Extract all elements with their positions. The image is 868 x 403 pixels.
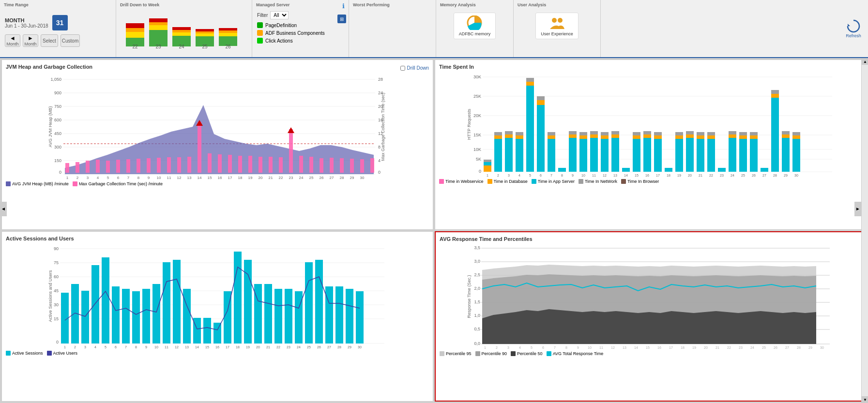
legend-jvm-heap: AVG JVM Heap (MB) /minute: [6, 181, 69, 186]
svg-rect-257: [152, 284, 160, 343]
adf-icon: [257, 30, 263, 36]
select-label: Select: [43, 38, 56, 44]
svg-rect-196: [718, 168, 726, 172]
svg-rect-199: [729, 134, 736, 138]
svg-rect-35: [76, 162, 79, 173]
legend-webservice: Time in Webservice: [439, 179, 484, 184]
svg-rect-206: [750, 139, 758, 172]
svg-text:9: 9: [577, 346, 579, 349]
time-spent-chart: 30K 25K 20K 15K 10K 5K 0 HTTP Requests: [439, 71, 862, 178]
user-icon: [548, 15, 567, 30]
user-exp-label: User Experience: [541, 31, 573, 36]
svg-text:18: 18: [681, 346, 685, 349]
refresh-section[interactable]: Refresh: [839, 0, 868, 57]
refresh-icon: [846, 19, 861, 33]
main-content: JVM Heap and Garbage Collection Drill Do…: [0, 58, 868, 403]
svg-text:0: 0: [479, 169, 481, 174]
drill-bar-24-orange: [172, 30, 191, 32]
svg-rect-136: [537, 96, 545, 100]
drill-bar-25-yellow: [196, 33, 214, 36]
svg-text:4: 4: [94, 345, 96, 349]
svg-text:26: 26: [225, 44, 231, 49]
svg-text:20: 20: [256, 345, 260, 349]
svg-text:30K: 30K: [473, 75, 481, 79]
adfbc-memory-btn[interactable]: ADFBC memory: [454, 13, 496, 39]
svg-text:22: 22: [132, 44, 138, 49]
svg-text:75: 75: [54, 260, 59, 265]
svg-rect-194: [707, 132, 715, 135]
svg-text:10: 10: [588, 346, 592, 349]
scrollbar-right[interactable]: ▲ ▼: [861, 58, 868, 403]
scroll-down-btn[interactable]: ▼: [862, 396, 868, 403]
svg-rect-186: [686, 131, 694, 134]
svg-rect-174: [654, 139, 662, 172]
right-nav-arrow[interactable]: ►: [854, 202, 861, 216]
managed-item-pagedef[interactable]: PageDefinition: [257, 22, 325, 28]
drill-bar-24-yellow: [172, 32, 191, 36]
svg-text:22: 22: [276, 345, 280, 349]
drill-down-checkbox[interactable]: [400, 66, 405, 71]
svg-text:16: 16: [218, 176, 222, 180]
calendar-icon[interactable]: 31: [52, 15, 68, 30]
svg-rect-139: [548, 135, 555, 139]
drill-bar-22-red: [126, 23, 144, 28]
managed-item-adf[interactable]: ADF Business Components: [257, 30, 325, 36]
svg-rect-212: [771, 98, 779, 172]
svg-rect-261: [173, 260, 181, 343]
svg-rect-118: [494, 139, 502, 172]
svg-text:27: 27: [762, 174, 766, 177]
svg-text:6: 6: [117, 176, 120, 180]
svg-rect-140: [548, 132, 555, 135]
time-spent-legend: Time in Webservice Time in Database Time…: [439, 179, 862, 184]
svg-text:300: 300: [54, 145, 61, 149]
svg-rect-185: [686, 134, 694, 138]
prev-month-btn[interactable]: ◄ Month: [5, 34, 20, 47]
filter-select[interactable]: All: [270, 11, 289, 19]
svg-rect-146: [569, 131, 577, 134]
drill-down-label: Drill Down to Week: [120, 2, 159, 7]
svg-text:16: 16: [215, 345, 219, 349]
svg-rect-61: [320, 158, 323, 173]
worst-performing-label: Worst Performing: [353, 2, 390, 7]
scroll-up-btn[interactable]: ▲: [862, 58, 868, 65]
user-experience-btn[interactable]: User Experience: [535, 13, 579, 39]
svg-rect-167: [633, 135, 640, 139]
svg-text:14: 14: [624, 174, 628, 177]
expand-icon[interactable]: ⊞: [337, 15, 346, 23]
svg-text:2: 2: [496, 346, 498, 349]
left-nav-arrow[interactable]: ◄: [0, 202, 7, 216]
svg-rect-122: [505, 138, 513, 172]
svg-rect-42: [147, 158, 151, 173]
svg-rect-189: [697, 135, 704, 139]
managed-server-section: Managed Server ℹ Filter All PageDefiniti…: [252, 0, 349, 57]
svg-rect-46: [187, 157, 191, 173]
custom-btn[interactable]: Custom: [61, 34, 80, 47]
next-month-btn[interactable]: ► Month: [23, 34, 38, 47]
svg-text:90: 90: [54, 246, 59, 251]
svg-text:7: 7: [554, 346, 556, 349]
svg-rect-38: [106, 161, 110, 173]
svg-text:24: 24: [297, 345, 301, 349]
svg-text:0: 0: [59, 170, 61, 175]
drill-bar-24-red: [172, 27, 191, 30]
svg-text:16: 16: [645, 174, 649, 177]
svg-rect-210: [761, 168, 768, 172]
svg-text:18: 18: [236, 345, 240, 349]
svg-rect-249: [112, 286, 120, 343]
svg-rect-269: [213, 323, 221, 343]
svg-rect-120: [494, 132, 502, 135]
drill-down-chart[interactable]: 22 23 24 25 26: [121, 9, 247, 50]
info-icon[interactable]: ℹ: [342, 2, 345, 10]
svg-text:13: 13: [623, 346, 626, 349]
managed-server-label: Managed Server: [256, 2, 290, 7]
svg-text:1: 1: [66, 176, 69, 180]
active-sessions-legend: Active Sessions Active Users: [6, 351, 429, 356]
legend-p95: Percentile 95: [440, 351, 472, 356]
managed-item-click[interactable]: Click Actions: [257, 38, 325, 44]
svg-text:27: 27: [785, 346, 789, 349]
svg-rect-126: [516, 139, 523, 172]
select-btn[interactable]: Select: [41, 34, 58, 47]
jvm-drill-down[interactable]: Drill Down: [400, 65, 429, 71]
svg-text:60: 60: [54, 274, 59, 279]
svg-text:20: 20: [688, 174, 692, 177]
